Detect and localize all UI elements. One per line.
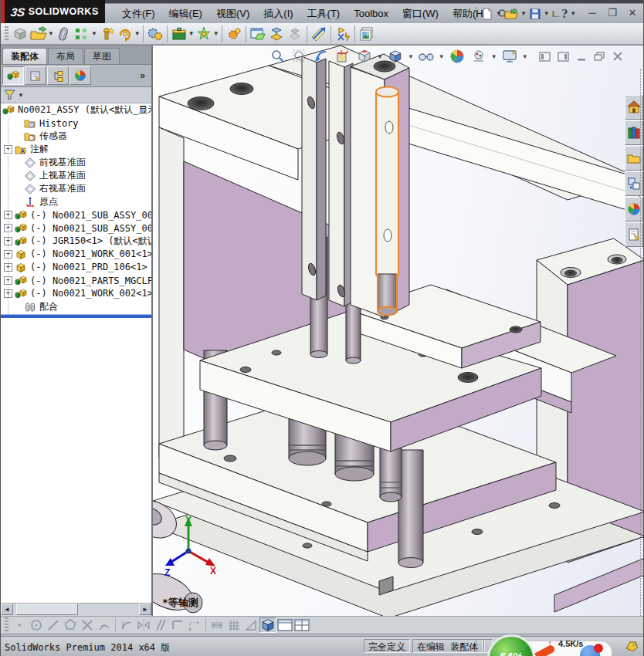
custom-properties-icon[interactable] (625, 222, 643, 247)
pane-right-icon[interactable] (558, 52, 569, 62)
exploded-dropdown-icon[interactable]: ▼ (213, 30, 219, 37)
measure-icon[interactable] (310, 25, 328, 43)
tree-item-root[interactable]: No0021_ASSY (默认<默认_显示状 (1, 103, 151, 117)
progress-ball[interactable]: 54% (487, 634, 535, 656)
scroll-left-icon[interactable]: ◀ (1, 604, 13, 615)
resources-home-icon[interactable] (625, 95, 643, 120)
zoom-to-area-icon[interactable] (290, 47, 309, 66)
tab-sketch[interactable]: 草图 (84, 48, 120, 64)
mirror-entities-icon[interactable] (135, 617, 152, 633)
hide-show-items-icon[interactable] (417, 47, 436, 66)
doc-close-icon[interactable] (612, 52, 623, 62)
toolbar-overflow[interactable]: I.. (552, 9, 559, 19)
menu-view[interactable]: 视图(V) (209, 5, 256, 23)
tab-layout[interactable]: 布局 (48, 48, 83, 64)
display-manager-tab[interactable] (69, 66, 91, 85)
rotate-component-icon[interactable] (116, 25, 134, 43)
photo-view-icon[interactable] (358, 25, 376, 43)
minimize-icon[interactable]: ─ (586, 7, 598, 19)
configuration-manager-tab[interactable] (47, 66, 69, 85)
interference-detection-icon[interactable] (334, 25, 352, 43)
menu-insert[interactable]: 插入(I) (256, 5, 300, 23)
scroll-right-icon[interactable]: ▶ (139, 604, 151, 615)
tag-icon[interactable] (625, 641, 639, 653)
tangent-arc-icon[interactable] (118, 617, 135, 633)
tree-item-sub-assy-001[interactable]: + (-) No0021_SUB_ASSY_001<1 (1, 208, 151, 221)
smart-dimension-icon[interactable] (208, 617, 225, 633)
tree-item-jgr150[interactable]: + (-) JGR150<1> (默认<默认_ (1, 235, 151, 248)
graphics-viewport[interactable]: ▼ ▼ ▼ ▼ ▼ (153, 46, 643, 616)
move-dropdown-icon[interactable]: ▼ (134, 30, 141, 37)
single-view-icon[interactable] (276, 617, 293, 633)
scene-dropdown-icon[interactable]: ▼ (491, 53, 497, 60)
angle-icon[interactable] (242, 617, 259, 633)
parallel-icon[interactable] (152, 617, 169, 633)
tree-item-sensors[interactable]: 传感器 (1, 130, 151, 143)
point-icon[interactable] (11, 617, 28, 633)
save-icon[interactable] (529, 8, 541, 20)
save-dropdown-icon[interactable]: ▼ (544, 10, 550, 17)
trim-entities-icon[interactable] (79, 617, 96, 633)
rollback-bar[interactable] (1, 314, 151, 318)
assembly-features-icon[interactable] (146, 25, 164, 43)
display-style-dropdown-icon[interactable]: ▼ (408, 53, 414, 60)
help-icon[interactable]: ? (561, 8, 568, 20)
grid-icon[interactable] (225, 617, 242, 633)
open-dropdown-icon[interactable]: ▼ (520, 10, 527, 17)
shaded-with-edges-icon[interactable] (259, 617, 276, 633)
tree-horizontal-scrollbar[interactable]: ◀ ▶ (1, 603, 151, 616)
toolbar-grip[interactable] (5, 617, 8, 633)
four-view-icon[interactable] (293, 617, 310, 633)
tree-item-right-plane[interactable]: 右视基准面 (1, 182, 151, 195)
orientation-dropdown-icon[interactable]: ▼ (377, 53, 383, 60)
doc-minimize-icon[interactable] (576, 52, 587, 62)
exploded-view-icon[interactable] (195, 25, 213, 43)
smart-fasteners-icon[interactable] (97, 25, 116, 43)
pane-left-icon[interactable] (539, 52, 551, 62)
line-icon[interactable] (45, 617, 62, 633)
polygon-icon[interactable] (62, 617, 79, 633)
feature-manager-tab[interactable] (2, 66, 24, 85)
tab-assembly[interactable]: 装配体 (2, 48, 47, 64)
menu-window[interactable]: 窗口(W) (395, 5, 446, 23)
linear-component-pattern-icon[interactable] (73, 25, 91, 43)
view-palette-icon[interactable] (625, 171, 643, 196)
design-library-icon[interactable] (625, 120, 643, 145)
toolbar-grip[interactable] (5, 26, 8, 42)
panel-overflow-chevron[interactable]: » (140, 70, 150, 81)
open-dropdown-icon[interactable]: ▼ (48, 30, 54, 37)
menu-toolbox[interactable]: Toolbox (347, 5, 395, 22)
tree-item-annotations[interactable]: + 注解 (1, 143, 151, 156)
new-document-icon[interactable] (481, 8, 493, 20)
component-pattern-icon[interactable] (267, 25, 286, 43)
tree-item-history[interactable]: History (1, 117, 151, 130)
view-settings-icon[interactable] (500, 47, 519, 66)
new-dropdown-icon[interactable]: ▼ (496, 10, 502, 17)
appearances-scenes-icon[interactable] (625, 197, 643, 221)
filter-funnel-icon[interactable] (4, 90, 15, 100)
tree-item-work-001[interactable]: + (-) No0021_WORK_001<1> (默 (1, 248, 151, 261)
view-settings-dropdown-icon[interactable]: ▼ (522, 53, 528, 60)
display-style-icon[interactable] (386, 47, 405, 66)
apply-scene-icon[interactable] (469, 47, 488, 66)
tree-item-sub-assy-002[interactable]: + (-) No0021_SUB_ASSY_002<1 (1, 221, 151, 235)
motion-study-icon[interactable] (225, 25, 243, 43)
tree-item-mates[interactable]: 配合 (1, 300, 151, 313)
close-icon[interactable]: ✕ (626, 7, 639, 19)
menu-tools[interactable]: 工具(T) (300, 5, 347, 23)
pattern-dropdown-icon[interactable]: ▼ (91, 30, 97, 37)
section-view-icon[interactable] (334, 47, 352, 66)
mate-icon[interactable] (54, 25, 73, 43)
net-monitor-overlay[interactable]: ↑ 4.5K/s 54% (487, 634, 626, 656)
open-icon[interactable] (504, 8, 518, 20)
help-dropdown-icon[interactable]: ▼ (570, 10, 576, 17)
tree-item-origin[interactable]: 原点 (1, 195, 151, 208)
toolbox-dropdown-icon[interactable]: ▼ (188, 30, 195, 37)
restore-icon[interactable]: ❐ (606, 7, 619, 19)
property-manager-tab[interactable] (25, 66, 46, 85)
view-orientation-icon[interactable] (355, 47, 374, 66)
doc-restore-icon[interactable] (594, 52, 605, 62)
construction-line-icon[interactable] (186, 617, 203, 633)
toolbox-icon[interactable] (170, 25, 188, 43)
bill-of-materials-icon[interactable] (249, 25, 267, 43)
